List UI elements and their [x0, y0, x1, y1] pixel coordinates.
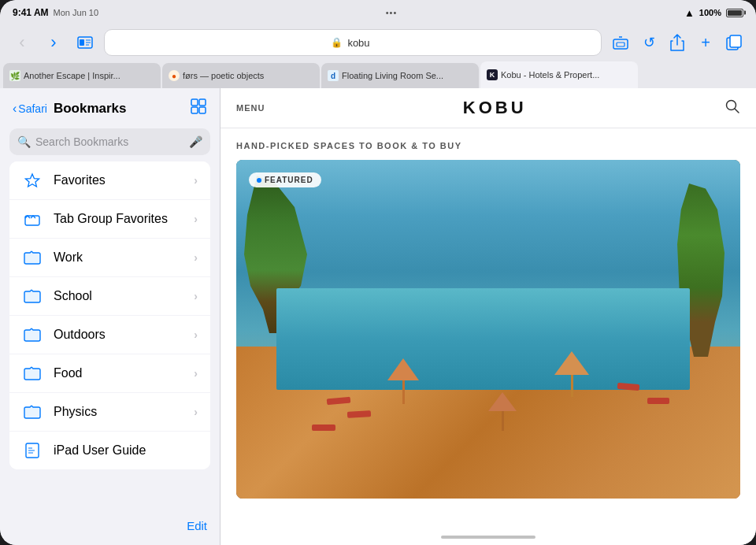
status-date: Mon Jun 10 [54, 8, 98, 17]
svg-rect-9 [730, 35, 741, 47]
bookmark-list: Favorites › Tab Group Favorites › [0, 161, 220, 513]
mic-icon[interactable]: 🎤 [189, 135, 202, 148]
refresh-button[interactable]: ↺ [636, 30, 662, 55]
cast-icon [613, 35, 628, 50]
bookmark-item-work[interactable]: Work › [9, 239, 210, 277]
tab-label-2: Floating Living Room Se... [342, 71, 472, 80]
reader-icon [77, 36, 93, 49]
tab-group-icon [22, 209, 43, 229]
tab-group-chevron: › [194, 213, 198, 225]
physics-label: Physics [54, 405, 183, 419]
food-chevron: › [194, 367, 198, 380]
hero-tagline: HAND-PICKED SPACES TO BOOK & TO BUY [236, 141, 740, 150]
grid-icon [190, 98, 207, 115]
sidebar-grid-button[interactable] [190, 98, 207, 119]
svg-rect-12 [191, 107, 198, 113]
school-label: School [54, 289, 183, 303]
ipad-guide-label: iPad User Guide [54, 443, 198, 458]
status-bar-left: 9:41 AM Mon Jun 10 [13, 7, 98, 18]
tab-label-1: førs — poetic objects [183, 71, 313, 80]
status-time: 9:41 AM [13, 7, 49, 18]
bookmark-item-ipad-guide[interactable]: iPad User Guide [9, 432, 210, 469]
cast-button[interactable] [608, 30, 633, 55]
food-label: Food [54, 366, 183, 380]
featured-dot [257, 178, 261, 183]
hero-section: HAND-PICKED SPACES TO BOOK & TO BUY [220, 128, 756, 505]
school-folder-icon [22, 286, 43, 306]
sidebar-footer: Edit [0, 513, 220, 545]
umbrella-1 [387, 358, 419, 404]
share-button[interactable] [665, 30, 690, 55]
sidebar-title: Bookmarks [54, 101, 183, 117]
share-icon [670, 34, 684, 51]
search-bar[interactable]: 🔍 Search Bookmarks 🎤 [9, 128, 210, 155]
featured-badge: FEATURED [249, 172, 321, 187]
back-button[interactable]: ‹ [9, 30, 35, 55]
site-search-button[interactable] [724, 98, 740, 118]
bookmark-item-tab-group[interactable]: Tab Group Favorites › [9, 200, 210, 239]
search-icon [724, 98, 740, 114]
lounge-chair-2 [347, 410, 371, 418]
battery-icon [726, 9, 743, 17]
forward-button[interactable]: › [41, 30, 66, 55]
svg-rect-6 [617, 43, 624, 46]
tab-favicon-3: K [487, 69, 498, 80]
ipad-frame: 9:41 AM Mon Jun 10 ••• ▲ 100% ‹ › [0, 0, 756, 545]
outdoors-label: Outdoors [54, 328, 183, 342]
outdoors-folder-icon [22, 324, 43, 345]
tab-another-escape[interactable]: 🌿 Another Escape | Inspir... [3, 63, 161, 88]
search-placeholder: Search Bookmarks [35, 135, 128, 148]
status-bar-right: ▲ 100% [684, 7, 743, 19]
work-chevron: › [194, 251, 198, 264]
food-folder-icon [22, 363, 43, 384]
scroll-indicator [441, 536, 536, 539]
tab-kobu[interactable]: K Kobu - Hotels & Propert... [480, 61, 638, 88]
svg-rect-13 [199, 107, 206, 113]
address-bar[interactable]: 🔒 KOBU [104, 29, 602, 56]
bookmark-item-favorites[interactable]: Favorites › [9, 161, 210, 200]
bookmark-group: Favorites › Tab Group Favorites › [9, 161, 210, 469]
edit-button[interactable]: Edit [187, 519, 207, 532]
pool-bg [276, 288, 690, 390]
tab-label-0: Another Escape | Inspir... [24, 71, 154, 80]
new-tab-button[interactable]: + [693, 30, 718, 55]
svg-rect-1 [80, 39, 84, 46]
umbrella-2 [488, 392, 517, 431]
tab-label-3: Kobu - Hotels & Propert... [501, 70, 632, 80]
work-label: Work [54, 250, 183, 265]
tabs-icon [726, 35, 742, 50]
physics-folder-icon [22, 402, 43, 422]
tab-fors[interactable]: ● førs — poetic objects [162, 63, 320, 88]
browser-chrome: ‹ › 🔒 KOBU [0, 25, 756, 88]
toolbar: ‹ › 🔒 KOBU [0, 25, 756, 60]
tab-favicon-0: 🌿 [9, 70, 20, 81]
bookmark-item-physics[interactable]: Physics › [9, 393, 210, 432]
safari-back-button[interactable]: ‹ Safari [13, 102, 47, 116]
reader-button[interactable] [72, 30, 98, 55]
featured-label: FEATURED [265, 176, 313, 184]
chevron-left-icon: ‹ [13, 102, 17, 116]
bookmark-item-outdoors[interactable]: Outdoors › [9, 316, 210, 354]
school-chevron: › [194, 290, 198, 302]
battery-percent: 100% [699, 8, 721, 17]
svg-rect-11 [199, 99, 206, 106]
outdoors-chevron: › [194, 328, 198, 341]
tabs-bar: 🌿 Another Escape | Inspir... ● førs — po… [0, 60, 756, 88]
main-area: ‹ Safari Bookmarks 🔍 Search Bookmarks [0, 88, 756, 545]
svg-rect-10 [191, 99, 198, 106]
safari-back-label: Safari [18, 102, 47, 115]
svg-rect-5 [613, 39, 628, 49]
bookmark-item-school[interactable]: School › [9, 277, 210, 316]
url-display: KOBU [347, 37, 369, 49]
tab-favicon-1: ● [169, 70, 180, 81]
hero-image: FEATURED [236, 160, 740, 499]
tab-group-label: Tab Group Favorites [54, 212, 183, 226]
work-folder-icon [22, 247, 43, 268]
bookmark-item-food[interactable]: Food › [9, 354, 210, 393]
lock-icon: 🔒 [331, 37, 343, 48]
site-menu-button[interactable]: MENU [236, 103, 265, 113]
tab-floating[interactable]: d Floating Living Room Se... [321, 63, 479, 88]
tabs-button[interactable] [721, 30, 747, 55]
favorites-icon [22, 170, 43, 191]
website-nav: MENU KOBU [220, 88, 756, 128]
